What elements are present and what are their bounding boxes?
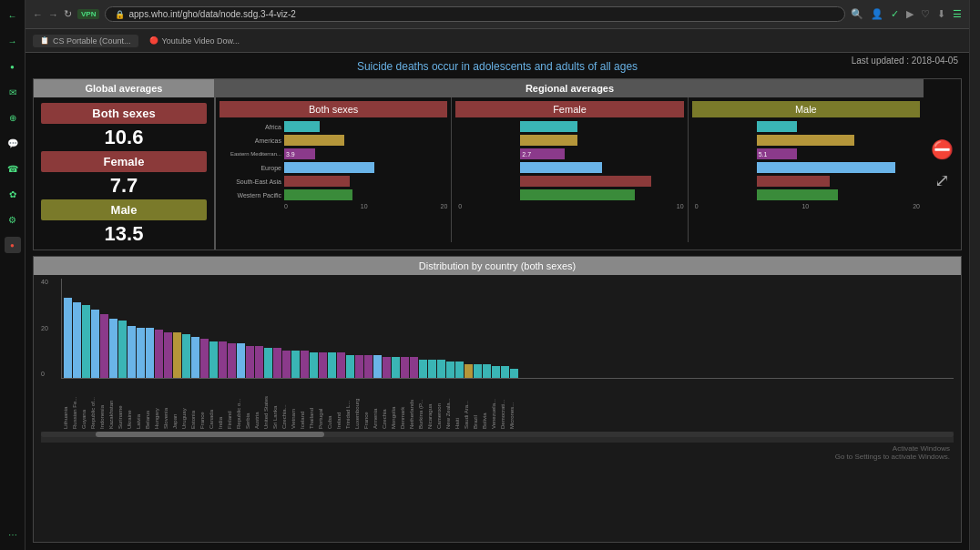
sidebar-icon-4[interactable]: ✉ xyxy=(5,84,21,100)
regional-charts: Both sexes Africa Americas Eastern Medit… xyxy=(216,97,924,242)
country-label: Serbia xyxy=(245,379,253,429)
country-bar xyxy=(64,298,72,378)
sidebar-icon-9[interactable]: ⚙ xyxy=(5,211,21,228)
country-label: Finland xyxy=(227,379,235,429)
country-bar xyxy=(337,352,345,378)
tab-2-icon: 🔴 xyxy=(149,36,158,45)
last-updated: Last updated : 2018-04-05 xyxy=(728,56,958,66)
country-label: Luxembourg xyxy=(354,379,362,429)
distribution-section: Distribution by country (both sexes) 40 … xyxy=(33,256,962,543)
country-bar xyxy=(282,351,291,378)
tab-1[interactable]: 📋 CS Portable (Count... xyxy=(33,35,138,47)
sidebar-icon-10[interactable]: ● xyxy=(5,237,21,253)
scrollbar[interactable] xyxy=(41,432,954,443)
country-bar xyxy=(492,366,500,378)
country-label: Iceland xyxy=(300,379,308,429)
chart-col-female: Female 2.7 010 xyxy=(452,97,688,242)
country-label: France xyxy=(363,379,372,429)
play-icon[interactable]: ▶ xyxy=(906,8,914,20)
country-label: Denmark xyxy=(400,379,408,429)
shield-icon[interactable]: ✓ xyxy=(891,8,899,20)
country-bar xyxy=(346,355,354,378)
regional-averages-section: Regional averages Both sexes Africa Amer… xyxy=(216,79,924,250)
right-scrollbar[interactable] xyxy=(969,0,980,550)
tab-1-icon: 📋 xyxy=(40,36,49,45)
forward-button[interactable]: → xyxy=(48,9,58,20)
distribution-header: Distribution by country (both sexes) xyxy=(34,257,961,275)
country-bar xyxy=(164,332,172,378)
country-label: Austria xyxy=(254,379,262,429)
chart-col-female-header: Female xyxy=(455,101,683,117)
country-label: Democrati... xyxy=(500,379,508,429)
sidebar-icon-8[interactable]: ✿ xyxy=(5,186,21,202)
country-label: Burkina (P... xyxy=(418,379,426,429)
expand-icon[interactable]: ⤢ xyxy=(934,169,950,191)
menu-icon[interactable]: ☰ xyxy=(953,8,962,20)
country-bar xyxy=(419,360,427,378)
country-label: Mongolia xyxy=(391,379,399,429)
country-bar xyxy=(91,310,99,378)
back-button[interactable]: ← xyxy=(33,9,43,20)
stats-container: Global averages Both sexes 10.6 Female 7… xyxy=(33,78,962,250)
title-row: Suicide deaths occur in adolescents and … xyxy=(33,60,962,73)
country-bar xyxy=(428,360,436,378)
sidebar-icon-5[interactable]: ⊕ xyxy=(5,109,21,126)
country-label: Trinidad L... xyxy=(345,379,353,429)
global-averages-section: Global averages Both sexes 10.6 Female 7… xyxy=(34,79,216,250)
both-sexes-bars: Africa Americas Eastern Mediterran...3.9… xyxy=(219,121,447,200)
female-value: 7.7 xyxy=(110,174,138,198)
heart-icon[interactable]: ♡ xyxy=(921,8,930,20)
country-label: Japan xyxy=(172,379,180,429)
filter-icon[interactable]: ⛔ xyxy=(931,138,954,160)
country-bar xyxy=(173,332,181,378)
regional-header: Regional averages xyxy=(216,79,924,97)
search-browser-icon[interactable]: 🔍 xyxy=(851,8,863,20)
country-bar xyxy=(82,305,90,378)
country-label: Nicaragua xyxy=(427,379,435,429)
tab-2[interactable]: 🔴 Youtube Video Dow... xyxy=(142,35,248,47)
sidebar: ← → ● ✉ ⊕ 💬 ☎ ✿ ⚙ ● ⋯ xyxy=(0,0,26,550)
country-bar xyxy=(246,346,254,378)
sidebar-icon-11[interactable]: ⋯ xyxy=(5,526,21,543)
lock-icon: 🔒 xyxy=(115,10,125,19)
country-label: Russian Fe... xyxy=(72,379,80,429)
country-label: Canada xyxy=(209,379,217,429)
country-bar xyxy=(273,348,281,378)
sidebar-icon-6[interactable]: 💬 xyxy=(5,135,21,151)
watermark: Activate Windows Go to Settings to activ… xyxy=(41,444,954,461)
country-label: Hungary xyxy=(154,379,162,429)
country-label: Uruguay xyxy=(181,379,189,429)
country-bar xyxy=(264,348,272,378)
country-bar xyxy=(191,337,199,378)
country-label: Republic of... xyxy=(90,379,98,429)
country-bar xyxy=(483,364,491,378)
url-bar[interactable]: 🔒 apps.who.int/gho/data/node.sdg.3-4-viz… xyxy=(105,6,845,22)
tab-1-label: CS Portable (Count... xyxy=(53,36,131,46)
country-bar xyxy=(328,352,336,378)
country-bar xyxy=(200,339,209,378)
country-label: France xyxy=(199,379,208,429)
account-icon[interactable]: 👤 xyxy=(871,8,883,20)
sidebar-icon-1[interactable]: ← xyxy=(5,7,21,24)
download-icon[interactable]: ⬇ xyxy=(937,8,945,20)
country-bar xyxy=(301,351,309,378)
sidebar-icon-7[interactable]: ☎ xyxy=(5,160,21,177)
global-header: Global averages xyxy=(34,79,214,97)
country-label: Saudi Ara... xyxy=(464,379,472,429)
chart-col-male-header: Male xyxy=(692,101,920,117)
country-bar xyxy=(410,357,418,378)
y-axis-min: 0 xyxy=(41,371,61,377)
country-label: United States xyxy=(263,379,271,429)
chart-col-both: Both sexes Africa Americas Eastern Medit… xyxy=(216,97,452,242)
country-label: Micrones... xyxy=(509,379,517,429)
country-bar xyxy=(155,330,163,378)
country-bar xyxy=(219,341,227,378)
female-bars: 2.7 xyxy=(455,121,683,200)
country-label: Guyana xyxy=(81,379,89,429)
country-label: Haiti xyxy=(454,379,463,429)
page-title: Suicide deaths occur in adolescents and … xyxy=(267,60,728,73)
sidebar-icon-2[interactable]: → xyxy=(5,33,21,49)
sidebar-icon-3[interactable]: ● xyxy=(5,58,21,75)
refresh-button[interactable]: ↻ xyxy=(64,8,72,20)
country-bar xyxy=(291,351,300,378)
